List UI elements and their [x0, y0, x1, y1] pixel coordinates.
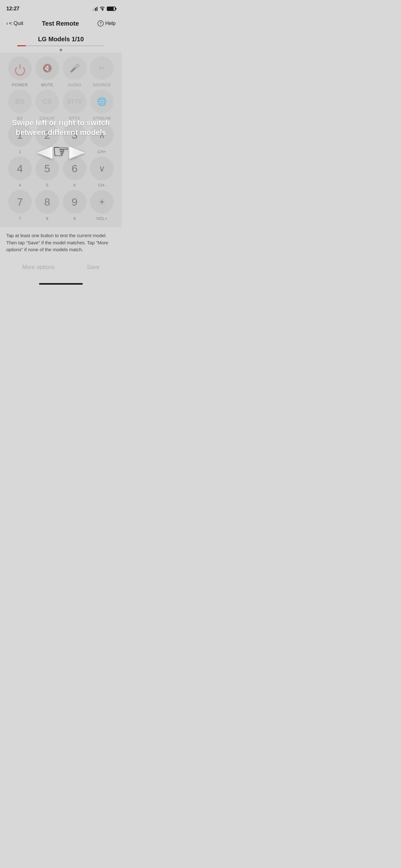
button-row-2: BS BS CS CS/CAT DTTV DTTV 🌐 STRE — [6, 90, 115, 121]
num2-text: 2 — [44, 129, 50, 141]
help-icon: ? — [97, 20, 104, 27]
bs-text: BS — [15, 97, 25, 105]
button-row-4: 4 4 5 5 6 6 ∨ CH- — [6, 157, 115, 187]
num1-text: 1 — [17, 129, 23, 141]
wifi-icon — [99, 6, 105, 11]
cs-circle: CS — [35, 90, 59, 114]
num6-button[interactable]: 6 6 — [63, 157, 87, 187]
remote-container: POWER 🔇 MUTE 🎤 AUDIO ↩ SOURCE — [0, 53, 122, 227]
button-row-5: 7 7 8 8 9 9 + VOL+ — [6, 190, 115, 221]
dttv-label: DTTV — [69, 116, 80, 121]
dttv-button[interactable]: DTTV DTTV — [63, 90, 87, 121]
chplus-icon: ∧ — [99, 130, 105, 140]
progress-bar — [17, 45, 105, 46]
num9-text: 9 — [71, 196, 77, 208]
more-options-button[interactable]: More options — [10, 261, 67, 274]
mic-icon: 🎤 — [70, 63, 80, 73]
chminus-label: CH- — [98, 183, 106, 187]
num7-button[interactable]: 7 7 — [8, 190, 32, 221]
cs-text: CS — [42, 97, 52, 105]
chplus-label: CH+ — [97, 149, 106, 154]
dttv-text: DTTV — [67, 98, 82, 105]
power-icon — [15, 63, 25, 73]
bs-label: BS — [17, 116, 23, 121]
cs-button[interactable]: CS CS/CAT — [35, 90, 59, 121]
power-circle — [8, 56, 32, 80]
volplus-icon: + — [99, 196, 105, 208]
quit-button[interactable]: ‹ < Quit — [6, 20, 24, 27]
num2-circle: 2 — [35, 123, 59, 147]
num2-button[interactable]: 2 2 — [35, 123, 59, 154]
quit-label: < Quit — [9, 20, 24, 27]
num4-button[interactable]: 4 4 — [8, 157, 32, 187]
power-button[interactable]: POWER — [8, 56, 32, 87]
num9-label: 9 — [73, 216, 76, 221]
volplus-label: VOL+ — [96, 216, 107, 221]
num1-button[interactable]: 1 1 — [8, 123, 32, 154]
remote-area: POWER 🔇 MUTE 🎤 AUDIO ↩ SOURCE — [0, 53, 122, 227]
stream-label: STREAM — [93, 116, 111, 121]
num1-circle: 1 — [8, 123, 32, 147]
status-icons — [92, 6, 115, 11]
status-bar: 12:27 — [0, 0, 122, 16]
num3-circle: 3 — [63, 123, 87, 147]
button-row-1: POWER 🔇 MUTE 🎤 AUDIO ↩ SOURCE — [6, 56, 115, 87]
dttv-circle: DTTV — [63, 90, 87, 114]
progress-fill — [17, 45, 26, 46]
help-button[interactable]: ? Help — [97, 20, 115, 27]
help-label: Help — [105, 21, 115, 26]
info-text: Tap at least one button to test the curr… — [0, 227, 122, 258]
num4-text: 4 — [17, 162, 23, 175]
num5-button[interactable]: 5 5 — [35, 157, 59, 187]
stream-circle: 🌐 — [90, 90, 114, 114]
audio-label: AUDIO — [68, 83, 81, 87]
stream-button[interactable]: 🌐 STREAM — [90, 90, 114, 121]
bs-circle: BS — [8, 90, 32, 114]
model-section: LG Models 1/10 — [0, 31, 122, 53]
num3-button[interactable]: 3 3 — [63, 123, 87, 154]
chplus-button[interactable]: ∧ CH+ — [90, 123, 114, 154]
bs-button[interactable]: BS BS — [8, 90, 32, 121]
num7-text: 7 — [17, 196, 23, 208]
source-button[interactable]: ↩ SOURCE — [90, 56, 114, 87]
num9-button[interactable]: 9 9 — [63, 190, 87, 221]
num5-label: 5 — [46, 183, 48, 187]
save-button[interactable]: Save — [74, 261, 112, 274]
num8-text: 8 — [44, 196, 50, 208]
chplus-circle: ∧ — [90, 123, 114, 147]
signal-icon — [92, 6, 97, 11]
num4-label: 4 — [19, 183, 21, 187]
num4-circle: 4 — [8, 157, 32, 180]
audio-circle: 🎤 — [63, 56, 87, 80]
chminus-icon: ∨ — [99, 163, 105, 174]
source-label: SOURCE — [93, 83, 111, 87]
num2-label: 2 — [46, 149, 48, 154]
home-bar — [39, 283, 83, 285]
button-row-3: 1 1 2 2 3 3 ∧ CH+ — [6, 123, 115, 154]
mute-button[interactable]: 🔇 MUTE — [35, 56, 59, 87]
globe-icon: 🌐 — [97, 97, 107, 106]
page-dot — [60, 49, 62, 51]
num6-label: 6 — [73, 183, 76, 187]
volplus-button[interactable]: + VOL+ — [90, 190, 114, 221]
num9-circle: 9 — [63, 190, 87, 214]
back-chevron: ‹ — [6, 20, 8, 27]
num5-text: 5 — [44, 162, 50, 175]
num8-circle: 8 — [35, 190, 59, 214]
source-circle: ↩ — [90, 56, 114, 80]
mute-circle: 🔇 — [35, 56, 59, 80]
mute-label: MUTE — [41, 83, 54, 87]
num7-label: 7 — [19, 216, 21, 221]
num1-label: 1 — [19, 149, 21, 154]
num3-label: 3 — [73, 149, 76, 154]
battery-icon — [107, 6, 115, 11]
num8-button[interactable]: 8 8 — [35, 190, 59, 221]
audio-button[interactable]: 🎤 AUDIO — [63, 56, 87, 87]
chminus-button[interactable]: ∨ CH- — [90, 157, 114, 187]
num7-circle: 7 — [8, 190, 32, 214]
num3-text: 3 — [71, 129, 77, 141]
num8-label: 8 — [46, 216, 48, 221]
bottom-buttons: More options Save — [0, 258, 122, 280]
status-time: 12:27 — [6, 6, 20, 12]
nav-bar: ‹ < Quit Test Remote ? Help — [0, 16, 122, 31]
